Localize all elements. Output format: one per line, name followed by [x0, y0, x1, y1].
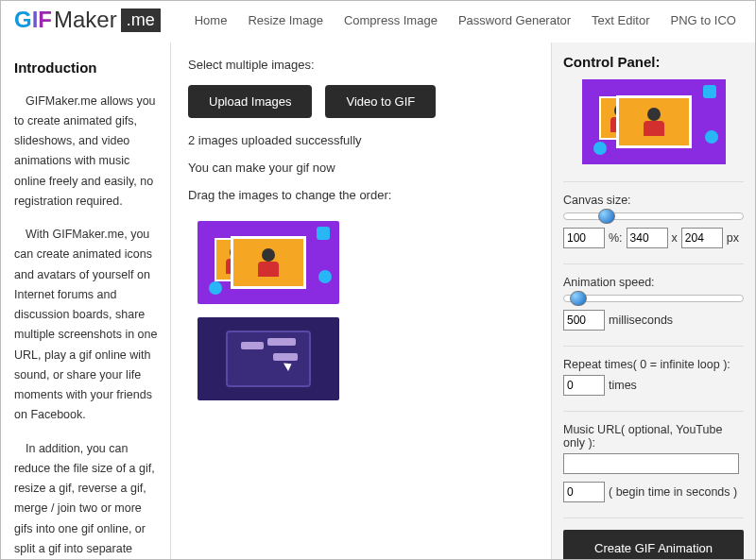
select-label: Select multiple images:	[188, 58, 534, 72]
video-to-gif-button[interactable]: Video to GIF	[325, 85, 436, 118]
repeat-label: Repeat times( 0 = infinite loop ):	[563, 358, 744, 371]
make-now-text: You can make your gif now	[188, 161, 534, 175]
speed-slider[interactable]	[563, 295, 744, 302]
repeat-section: Repeat times( 0 = infinite loop ): times	[563, 346, 744, 411]
social-icon	[209, 281, 222, 295]
repeat-input[interactable]	[563, 375, 605, 396]
logo-i: I	[32, 7, 39, 33]
logo-me: .me	[121, 8, 161, 32]
nav-resize[interactable]: Resize Image	[248, 13, 322, 27]
main: Introduction GIFMaker.me allows you to c…	[1, 42, 755, 560]
music-begin-input[interactable]	[563, 482, 605, 502]
cursor-icon	[284, 360, 294, 371]
center-panel: Select multiple images: Upload Images Vi…	[171, 42, 552, 560]
canvas-size-slider[interactable]	[563, 212, 744, 220]
drag-label: Drag the images to change the order:	[188, 188, 534, 202]
logo-maker: Maker	[54, 7, 117, 33]
music-section: Music URL( optional, YouTube only ): ( b…	[563, 411, 744, 518]
logo-g: G	[14, 7, 32, 33]
photo-icon	[616, 95, 692, 148]
canvas-width-input[interactable]	[627, 228, 668, 248]
music-url-input[interactable]	[563, 453, 739, 474]
canvas-size-label: Canvas size:	[563, 194, 744, 207]
intro-sidebar: Introduction GIFMaker.me allows you to c…	[1, 42, 171, 560]
canvas-size-section: Canvas size: %: x px	[563, 181, 744, 263]
top-nav: Home Resize Image Compress Image Passwor…	[195, 13, 736, 27]
control-panel: Control Panel: Canvas size: %: x	[552, 42, 755, 560]
music-label: Music URL( optional, YouTube only ):	[563, 423, 744, 450]
nav-texteditor[interactable]: Text Editor	[592, 13, 649, 27]
header: GIFMaker.me Home Resize Image Compress I…	[1, 1, 755, 42]
thumbnail-2[interactable]	[198, 317, 339, 400]
slider-thumb-icon[interactable]	[598, 209, 615, 224]
panel-title: Control Panel:	[563, 54, 744, 70]
intro-p3: In addition, you can reduce the file siz…	[14, 439, 159, 561]
speed-label: Animation speed:	[563, 276, 744, 289]
logo-f: F	[38, 7, 52, 33]
upload-status: 2 images uploaded successfully	[188, 133, 534, 147]
x-label: x	[672, 231, 678, 245]
create-section: Create GIF Animation	[563, 518, 744, 560]
px-label: px	[727, 231, 739, 245]
animation-speed-section: Animation speed: milliseconds	[563, 263, 744, 346]
canvas-percent-input[interactable]	[563, 228, 605, 248]
intro-p1: GIFMaker.me allows you to create animate…	[14, 92, 159, 212]
photo-icon	[231, 236, 306, 289]
nav-pngico[interactable]: PNG to ICO	[671, 13, 736, 27]
social-icon	[317, 227, 330, 240]
music-begin-label: ( begin time in seconds )	[609, 485, 737, 499]
speed-unit: milliseconds	[609, 314, 673, 327]
nav-compress[interactable]: Compress Image	[344, 13, 438, 27]
nav-password[interactable]: Password Generator	[458, 13, 571, 27]
canvas-height-input[interactable]	[681, 228, 723, 248]
social-icon	[318, 270, 332, 283]
intro-title: Introduction	[14, 56, 159, 80]
preview-thumbnail	[582, 79, 726, 164]
percent-suffix: %:	[609, 231, 623, 245]
thumbnail-list	[198, 221, 534, 400]
slider-thumb-icon[interactable]	[570, 291, 587, 306]
social-icon	[593, 142, 607, 155]
button-row: Upload Images Video to GIF	[188, 85, 534, 118]
thumbnail-1[interactable]	[198, 221, 339, 304]
social-icon	[705, 130, 718, 144]
create-gif-button[interactable]: Create GIF Animation	[563, 530, 744, 560]
repeat-unit: times	[609, 379, 637, 392]
nav-home[interactable]: Home	[195, 13, 228, 27]
speed-input[interactable]	[563, 310, 605, 331]
intro-p2: With GIFMaker.me, you can create animate…	[14, 225, 159, 426]
social-icon	[703, 85, 716, 98]
laptop-icon	[226, 331, 311, 387]
logo[interactable]: GIFMaker.me	[14, 7, 161, 33]
upload-images-button[interactable]: Upload Images	[188, 85, 312, 118]
